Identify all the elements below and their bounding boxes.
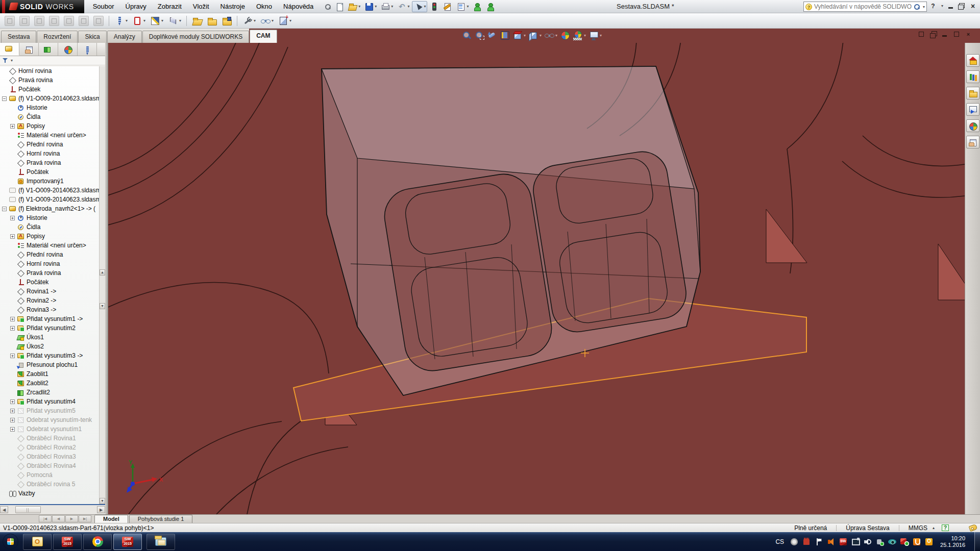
user-2-button[interactable] bbox=[484, 1, 497, 12]
tree-item-pridat-vysunutim2[interactable]: +Přidat vysunutím2 bbox=[0, 323, 99, 333]
part-setup-button[interactable]: ▾ bbox=[131, 15, 147, 27]
tree-item-pocatek[interactable]: Počátek bbox=[0, 85, 99, 94]
cam-tree-tab[interactable] bbox=[78, 43, 97, 56]
define-tool-button[interactable]: ▾ bbox=[113, 15, 129, 27]
security-hand-icon[interactable] bbox=[802, 538, 811, 546]
cam-disabled-3-button[interactable] bbox=[33, 15, 46, 27]
help-button[interactable]: ? bbox=[929, 2, 937, 10]
dropdown-caret-icon[interactable]: ▾ bbox=[254, 18, 256, 23]
apply-scene-button[interactable]: ▾ bbox=[573, 31, 586, 40]
show-desktop-button[interactable] bbox=[974, 532, 980, 551]
study-first-button[interactable]: |◀ bbox=[39, 515, 52, 522]
cam-disabled-2-button[interactable] bbox=[18, 15, 31, 27]
tree-item-horni-rovina[interactable]: Horní rovina bbox=[0, 149, 99, 158]
expander-plus-icon[interactable]: + bbox=[10, 354, 15, 358]
doc-tab-pohybova-studie-1[interactable]: Pohybová studie 1 bbox=[129, 515, 193, 523]
windows-explorer-taskbar-button[interactable] bbox=[146, 534, 175, 550]
cam-disabled-6-button[interactable] bbox=[77, 15, 90, 27]
tree-item-rovina1[interactable]: Rovina1 -> bbox=[0, 287, 99, 296]
restore-button[interactable] bbox=[958, 2, 966, 10]
displaymanager-tab[interactable] bbox=[58, 43, 78, 56]
undo-button[interactable]: ↶▾ bbox=[396, 1, 411, 12]
home-tab[interactable] bbox=[966, 54, 979, 67]
tree-item-prava-rovina[interactable]: Pravá rovina bbox=[0, 158, 99, 167]
search-button[interactable] bbox=[323, 1, 332, 12]
tree-item-f-v1-o009-20140623-sldasm[interactable]: (f) V1-O009-20140623.sldasm bbox=[0, 195, 99, 204]
post-process-button[interactable]: ▾ bbox=[166, 15, 183, 27]
split-down-arrow[interactable]: ▼ bbox=[100, 303, 105, 309]
graphics-area[interactable]: Y X bbox=[108, 43, 965, 514]
tree-item-horni-rovina[interactable]: Horní rovina bbox=[0, 66, 99, 76]
units-caret-icon[interactable]: ▴ bbox=[933, 525, 935, 530]
menu-soubor[interactable]: Soubor bbox=[87, 1, 120, 12]
dropdown-caret-icon[interactable]: ▾ bbox=[272, 18, 274, 23]
java-updater-icon[interactable] bbox=[913, 538, 921, 546]
solidworks-2015-taskbar-button[interactable]: SW2015 bbox=[53, 534, 82, 550]
tree-item-horni-rovina[interactable]: Horní rovina bbox=[0, 259, 99, 268]
tab-sestava[interactable]: Sestava bbox=[1, 31, 36, 43]
tree-item-f-elektroda-navrh2-1[interactable]: −(f) Elektroda_navrh2<1> -> ( bbox=[0, 204, 99, 213]
view-settings-button[interactable]: ▾ bbox=[589, 31, 602, 40]
tree-item-presunout-plochu1[interactable]: Přesunout plochu1 bbox=[0, 360, 99, 369]
display-settings-icon[interactable] bbox=[851, 538, 860, 546]
tree-item-pridat-vysunutim1[interactable]: +Přidat vysunutím1 -> bbox=[0, 314, 99, 323]
select-button[interactable]: ▾ bbox=[412, 1, 427, 12]
tree-item-popisy[interactable]: +Popisy bbox=[0, 232, 99, 241]
tab-analyzy[interactable]: Analýzy bbox=[107, 31, 142, 43]
tree-item-predni-rovina[interactable]: Přední rovina bbox=[0, 140, 99, 149]
view-palette-tab[interactable] bbox=[966, 103, 979, 116]
previous-view-button[interactable] bbox=[487, 31, 497, 40]
solidworks-2015-running-taskbar-button[interactable]: SW2015 bbox=[113, 534, 142, 550]
expander-plus-icon[interactable]: + bbox=[10, 427, 15, 432]
dropdown-caret-icon[interactable]: ▾ bbox=[358, 4, 360, 9]
mdi-tile-button[interactable] bbox=[918, 31, 925, 37]
dropdown-caret-icon[interactable]: ▾ bbox=[161, 18, 163, 23]
tree-item-obrabeci-rovina3[interactable]: Obráběcí Rovina3 bbox=[0, 452, 99, 461]
menu-napoveda[interactable]: Nápověda bbox=[278, 1, 319, 12]
toolpath-button[interactable]: ▾ bbox=[149, 15, 165, 27]
minimize-button[interactable] bbox=[946, 2, 954, 10]
tree-item-obrabeci-rovina2[interactable]: Obráběcí Rovina2 bbox=[0, 443, 99, 452]
monitoring-eye-icon[interactable] bbox=[888, 538, 896, 546]
volume-icon[interactable] bbox=[864, 538, 872, 546]
hide-show-items-button[interactable]: ▾ bbox=[545, 31, 557, 40]
dropdown-caret-icon[interactable]: ▾ bbox=[600, 33, 602, 38]
tree-item-popisy[interactable]: +Popisy bbox=[0, 121, 99, 131]
help-search-input[interactable] bbox=[814, 3, 912, 10]
search-caret-icon[interactable]: ▾ bbox=[923, 5, 925, 9]
status-circle-icon[interactable] bbox=[790, 538, 798, 546]
tree-item-obrabeci-rovina4[interactable]: Obráběcí Rovina4 bbox=[0, 461, 99, 470]
expander-plus-icon[interactable]: + bbox=[10, 317, 15, 321]
scroll-down-arrow[interactable]: ▼ bbox=[100, 498, 105, 504]
tree-filter-row[interactable]: ▾ bbox=[0, 56, 105, 65]
tree-item-pocatek[interactable]: Počátek bbox=[0, 278, 99, 287]
dropdown-caret-icon[interactable]: ▾ bbox=[467, 4, 469, 9]
tree-item-prava-rovina[interactable]: Pravá rovina bbox=[0, 268, 99, 278]
tab-doplnkove-moduly-solidworks[interactable]: Doplňkové moduly SOLIDWORKS bbox=[142, 31, 249, 43]
open-document-button[interactable]: ▾ bbox=[347, 1, 362, 12]
tree-item-f-v1-o009-20140623-sldasm[interactable]: (f) V1-O009-20140623.sldasm bbox=[0, 186, 99, 195]
section-view-button[interactable] bbox=[500, 31, 510, 40]
custom-properties-tab[interactable] bbox=[966, 136, 979, 148]
tree-item-ukos1[interactable]: Úkos1 bbox=[0, 333, 99, 342]
cam-disabled-4-button[interactable] bbox=[47, 15, 61, 27]
tree-item-f-v1-o009-20140623-sldasm[interactable]: −(f) V1-O009-20140623.sldasm bbox=[0, 94, 99, 103]
zoom-to-area-button[interactable] bbox=[475, 31, 484, 40]
mdi-close-button[interactable]: × bbox=[965, 31, 972, 37]
tree-item-obrabeci-rovina-5[interactable]: Obráběcí rovina 5 bbox=[0, 480, 99, 489]
tree-item-rovina2[interactable]: Rovina2 -> bbox=[0, 296, 99, 305]
tree-item-pridat-vysunutim3[interactable]: +Přidat vysunutím3 -> bbox=[0, 351, 99, 360]
filter-caret-icon[interactable]: ▾ bbox=[11, 58, 13, 63]
dropdown-caret-icon[interactable]: ▾ bbox=[555, 33, 557, 38]
scroll-right-arrow[interactable]: ▶ bbox=[97, 506, 105, 513]
study-last-button[interactable]: ▶| bbox=[79, 515, 91, 522]
dropdown-caret-icon[interactable]: ▾ bbox=[289, 18, 291, 23]
tag-icon[interactable] bbox=[969, 524, 978, 532]
mdi-minimize-button[interactable] bbox=[941, 31, 948, 37]
tree-item-zaoblit2[interactable]: Zaoblit2 bbox=[0, 379, 99, 388]
outlook-badge-icon[interactable] bbox=[925, 538, 933, 546]
study-next-button[interactable]: ▶ bbox=[65, 515, 78, 522]
tree-item-material-neni-urcen[interactable]: Materiál <není určen> bbox=[0, 131, 99, 140]
menu-upravy[interactable]: Úpravy bbox=[120, 1, 152, 12]
tree-item-material-neni-urcen[interactable]: Materiál <není určen> bbox=[0, 241, 99, 250]
